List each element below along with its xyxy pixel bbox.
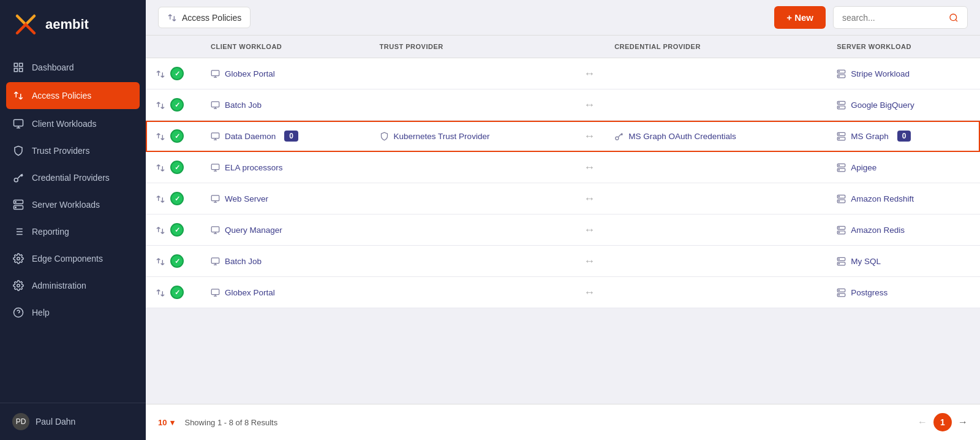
cell-credential-provider: MS Graph OAuth Credentials: [605, 123, 827, 150]
server-workload-name: My SQL: [851, 257, 881, 266]
table-row[interactable]: Query Manager ↔ Amazon Redis: [146, 214, 980, 246]
sidebar-item-help[interactable]: Help: [0, 299, 146, 326]
col-credential-provider: CREDENTIAL PROVIDER: [605, 36, 827, 58]
workload-monitor-icon: [211, 256, 220, 266]
svg-line-24: [956, 20, 957, 21]
sidebar-item-reporting-label: Reporting: [32, 227, 69, 237]
server-workload-name: Google BigQuery: [851, 101, 914, 110]
sidebar-item-access-policies[interactable]: Access Policies: [6, 82, 140, 109]
workload-monitor-icon: [211, 162, 220, 172]
search-box[interactable]: [833, 6, 968, 29]
cell-client-workload: Batch Job: [201, 248, 370, 275]
client-workload-name: Data Daemon: [225, 132, 276, 141]
sidebar-item-credential-providers[interactable]: Credential Providers: [0, 164, 146, 191]
sidebar-item-access-policies-label: Access Policies: [32, 91, 91, 101]
svg-rect-75: [211, 289, 219, 295]
cell-server-workload: MS Graph 0: [827, 122, 980, 150]
svg-point-53: [839, 170, 839, 170]
client-workload-name: ELA processors: [225, 163, 283, 172]
svg-point-38: [839, 107, 839, 108]
client-workload-name: Web Server: [225, 194, 268, 203]
server-workload-name: Stripe Workload: [851, 69, 910, 78]
server-icon: [837, 256, 846, 266]
sidebar-item-server-workloads[interactable]: Server Workloads: [0, 191, 146, 218]
policy-arrows-icon: [156, 69, 165, 78]
cell-client-workload: Data Daemon 0: [201, 122, 370, 150]
svg-point-67: [839, 232, 839, 233]
next-page-button[interactable]: →: [958, 417, 968, 428]
cell-status: [146, 277, 201, 308]
server-icon: [12, 199, 24, 211]
sidebar-item-edge-components[interactable]: Edge Components: [0, 245, 146, 272]
arrow-separator: ↔: [574, 246, 605, 277]
table-row[interactable]: Batch Job ↔ Google BigQuery: [146, 89, 980, 121]
status-active-icon: [170, 223, 184, 237]
cell-status: [146, 246, 201, 276]
table-row[interactable]: Globex Portal ↔ Stripe Workload: [146, 58, 980, 89]
svg-point-12: [15, 207, 17, 208]
sidebar-item-client-workloads[interactable]: Client Workloads: [0, 110, 146, 137]
svg-point-60: [839, 201, 839, 202]
cell-status: [146, 89, 201, 120]
search-input[interactable]: [842, 13, 944, 23]
status-active-icon: [170, 129, 184, 143]
grid-icon: [12, 61, 24, 74]
status-active-icon: [170, 98, 184, 112]
sidebar-item-administration[interactable]: Administration: [0, 272, 146, 299]
sidebar-item-reporting[interactable]: Reporting: [0, 218, 146, 245]
cell-server-workload: Postgress: [827, 279, 980, 306]
policy-arrows-icon: [156, 194, 165, 203]
svg-point-81: [839, 295, 839, 295]
topbar: Access Policies + New: [146, 0, 980, 36]
sidebar-item-dashboard-label: Dashboard: [32, 63, 74, 72]
page-1-button[interactable]: 1: [933, 413, 952, 431]
cell-client-workload: Batch Job: [201, 91, 370, 118]
svg-point-20: [17, 284, 20, 287]
svg-rect-39: [211, 133, 219, 138]
table-container: CLIENT WORKLOAD TRUST PROVIDER CREDENTIA…: [146, 36, 980, 404]
status-active-icon: [170, 286, 184, 299]
search-icon: [949, 12, 959, 23]
sidebar: aembit Dashboard Access Policies: [0, 0, 146, 440]
user-menu[interactable]: PD Paul Dahn: [0, 403, 146, 440]
arrow-separator: ↔: [574, 58, 605, 89]
svg-point-59: [839, 196, 839, 197]
arrows-icon: [12, 89, 24, 102]
svg-rect-68: [211, 258, 219, 264]
svg-rect-61: [211, 227, 219, 232]
shield-icon: [12, 145, 24, 157]
table-row[interactable]: ELA processors ↔ Apigee: [146, 152, 980, 183]
arrow-separator: ↔: [574, 89, 605, 121]
workload-monitor-icon: [211, 225, 220, 235]
server-workload-name: Amazon Redshift: [851, 194, 914, 203]
table-row[interactable]: Data Daemon 0 Kubernetes Trust Provider …: [146, 121, 980, 152]
sidebar-item-trust-providers-label: Trust Providers: [32, 146, 89, 156]
workload-monitor-icon: [211, 100, 220, 110]
breadcrumb[interactable]: Access Policies: [158, 7, 251, 28]
table-row[interactable]: Globex Portal ↔ Postgress: [146, 277, 980, 308]
sidebar-item-dashboard[interactable]: Dashboard: [0, 54, 146, 81]
cell-client-workload: Query Manager: [201, 216, 370, 243]
list-icon: [12, 226, 24, 238]
table-row[interactable]: Batch Job ↔ My SQL: [146, 246, 980, 277]
cell-server-workload: My SQL: [827, 248, 980, 275]
per-page-selector[interactable]: 10 ▾: [158, 418, 175, 427]
svg-rect-4: [20, 69, 23, 72]
server-workload-name: Apigee: [851, 163, 876, 172]
policy-arrows-icon: [156, 287, 165, 297]
table-row[interactable]: Web Server ↔ Amazon Redshift: [146, 183, 980, 214]
status-active-icon: [170, 254, 184, 268]
logo: aembit: [0, 0, 146, 49]
sidebar-item-trust-providers[interactable]: Trust Providers: [0, 137, 146, 164]
cell-client-workload: Web Server: [201, 185, 370, 212]
arrow-separator: ↔: [574, 183, 605, 214]
main-content: Access Policies + New CLIENT WORKLOAD TR…: [146, 0, 980, 440]
cell-server-workload: Apigee: [827, 154, 980, 181]
svg-point-66: [839, 227, 839, 228]
new-button[interactable]: + New: [774, 6, 826, 29]
credential-provider-name: MS Graph OAuth Credentials: [628, 132, 736, 141]
arrow-separator: ↔: [574, 121, 605, 152]
prev-page-button[interactable]: ←: [918, 417, 927, 428]
username: Paul Dahn: [36, 417, 75, 427]
server-badge: 0: [897, 131, 911, 142]
